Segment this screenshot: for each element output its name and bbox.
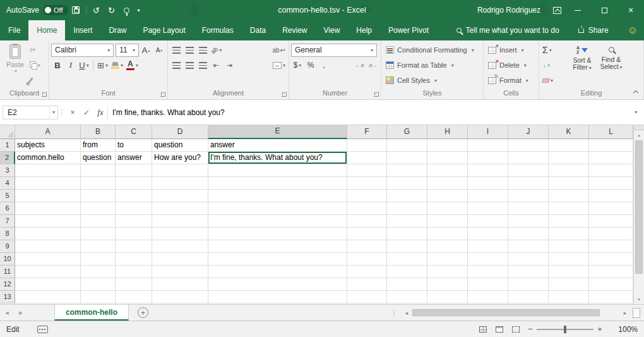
delete-cells-button[interactable]: × Delete ▾ (486, 58, 537, 73)
scroll-left-button[interactable]: ◂ (402, 310, 412, 316)
cell-L4[interactable] (589, 177, 633, 190)
normal-view-button[interactable] (475, 323, 491, 336)
cell-K8[interactable] (549, 228, 589, 240)
insert-function-button[interactable]: fx (93, 106, 107, 119)
align-bottom-button[interactable] (196, 43, 209, 57)
number-dialog-launcher[interactable] (374, 92, 379, 97)
cell-B12[interactable] (81, 278, 116, 291)
cell-B3[interactable] (81, 164, 116, 177)
cell-A7[interactable] (15, 215, 81, 228)
cell-L12[interactable] (589, 278, 633, 291)
cell-E2[interactable]: I'm fine, thanks. What about you? (208, 152, 347, 164)
cell-B7[interactable] (81, 215, 116, 228)
clipboard-dialog-launcher[interactable] (42, 92, 47, 97)
cell-A4[interactable] (15, 177, 81, 190)
ribbon-tab-power-pivot[interactable]: Power Pivot (380, 20, 437, 40)
cell-E12[interactable] (208, 278, 347, 291)
cell-E9[interactable] (208, 240, 347, 253)
cell-J3[interactable] (508, 164, 549, 177)
cell-J11[interactable] (508, 266, 549, 278)
cell-I5[interactable] (468, 190, 508, 202)
autosum-button[interactable]: Σ▾ (541, 42, 568, 58)
share-button[interactable]: ↑ Share (578, 26, 609, 35)
row-header-2[interactable]: 2 (0, 152, 15, 164)
cell-F8[interactable] (347, 228, 387, 240)
copy-button[interactable]: ▾ (28, 58, 42, 73)
ribbon-tab-view[interactable]: View (316, 20, 349, 40)
format-cells-button[interactable]: ✎ Format ▾ (486, 73, 537, 88)
cell-C5[interactable] (116, 190, 152, 202)
cell-D2[interactable]: How are you? (152, 152, 208, 164)
cell-C10[interactable] (116, 253, 152, 266)
cell-L8[interactable] (589, 228, 633, 240)
cell-F3[interactable] (347, 164, 387, 177)
cell-J2[interactable] (508, 152, 549, 164)
cell-L11[interactable] (589, 266, 633, 278)
cell-J1[interactable] (508, 139, 549, 152)
cell-E6[interactable] (208, 202, 347, 215)
column-header-K[interactable]: K (549, 125, 589, 139)
align-top-button[interactable] (170, 43, 182, 57)
autosave-toggle[interactable]: AutoSave Off (6, 5, 68, 15)
zoom-in-button[interactable]: + (593, 324, 606, 334)
cell-D7[interactable] (152, 215, 208, 228)
row-header-5[interactable]: 5 (0, 190, 15, 202)
italic-button[interactable]: I (64, 58, 77, 72)
cell-K11[interactable] (549, 266, 589, 278)
sheet-nav-right-button[interactable]: ▸ (14, 309, 28, 317)
cell-B11[interactable] (81, 266, 116, 278)
font-size-combo[interactable]: 11▾ (116, 44, 139, 57)
ribbon-tab-insert[interactable]: Insert (65, 20, 100, 40)
cell-B2[interactable]: question (81, 152, 116, 164)
row-header-7[interactable]: 7 (0, 215, 15, 228)
cell-G5[interactable] (387, 190, 427, 202)
align-center-button[interactable] (183, 58, 196, 72)
paste-button[interactable]: Paste ▾ (2, 42, 28, 89)
row-header-11[interactable]: 11 (0, 266, 15, 278)
cell-K10[interactable] (549, 253, 589, 266)
formula-bar-grip[interactable]: ⋮ (58, 108, 66, 116)
cell-A2[interactable]: common.hello (15, 152, 81, 164)
customize-quick-access-toolbar-button[interactable]: ▾ (134, 3, 143, 18)
cell-H13[interactable] (427, 291, 468, 303)
orientation-button[interactable]: ab▾ (210, 43, 223, 57)
number-format-combo[interactable]: General▾ (291, 44, 377, 57)
cell-I7[interactable] (468, 215, 508, 228)
sheet-nav-left-button[interactable]: ◂ (0, 309, 14, 317)
cell-C4[interactable] (116, 177, 152, 190)
cell-H10[interactable] (427, 253, 468, 266)
cell-I13[interactable] (468, 291, 508, 303)
decrease-indent-button[interactable]: ⇤ (210, 58, 222, 72)
cell-E1[interactable]: answer (208, 139, 347, 152)
cell-G13[interactable] (387, 291, 427, 303)
ribbon-tab-data[interactable]: Data (242, 20, 274, 40)
cell-C7[interactable] (116, 215, 152, 228)
cell-F2[interactable] (347, 152, 387, 164)
cell-B4[interactable] (81, 177, 116, 190)
name-box-dropdown-icon[interactable]: ▾ (49, 106, 57, 119)
cell-J4[interactable] (508, 177, 549, 190)
cell-styles-button[interactable]: Cell Styles ▾ (383, 73, 481, 88)
cell-E11[interactable] (208, 266, 347, 278)
cell-K2[interactable] (549, 152, 589, 164)
maximize-button[interactable] (591, 0, 617, 20)
cell-F5[interactable] (347, 190, 387, 202)
column-header-E[interactable]: E (208, 125, 347, 139)
cell-K9[interactable] (549, 240, 589, 253)
cell-I9[interactable] (468, 240, 508, 253)
bold-button[interactable]: B (51, 58, 64, 72)
conditional-formatting-button[interactable]: Conditional Formatting ▾ (383, 42, 481, 58)
enter-button[interactable]: ✓ (80, 106, 93, 119)
cell-K5[interactable] (549, 190, 589, 202)
find-select-button[interactable]: Find & Select▾ (597, 42, 626, 89)
cell-C2[interactable]: answer (116, 152, 152, 164)
scroll-right-button[interactable]: ▸ (620, 310, 630, 316)
collapse-ribbon-button[interactable] (633, 90, 638, 95)
insert-cells-button[interactable]: + Insert ▾ (486, 42, 537, 58)
row-header-12[interactable]: 12 (0, 278, 15, 291)
cell-A8[interactable] (15, 228, 81, 240)
cell-I2[interactable] (468, 152, 508, 164)
column-header-I[interactable]: I (468, 125, 508, 139)
macro-record-button[interactable] (37, 326, 48, 333)
cell-B6[interactable] (81, 202, 116, 215)
